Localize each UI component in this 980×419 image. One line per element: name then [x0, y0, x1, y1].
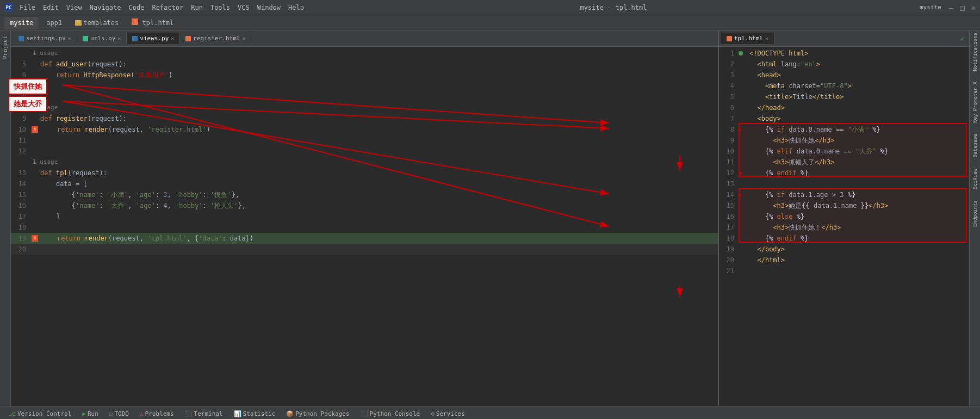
right-code-editor[interactable]: 1 <!DOCTYPE html> 2 <html lang="en"> 3	[719, 47, 969, 406]
proj-tab-templates[interactable]: templates	[70, 17, 124, 29]
database-label[interactable]: Database	[972, 134, 978, 157]
minimize-button[interactable]: —	[949, 3, 953, 12]
tab-urls-label: urls.py	[90, 35, 115, 42]
tab-statistic[interactable]: 📊 Statistic	[230, 409, 280, 418]
tab-python-packages-label: Python Packages	[295, 410, 349, 417]
tab-terminal-label: Terminal	[194, 410, 223, 417]
left-editor-panel: settings.py ✕ urls.py ✕ views.py ✕ regis…	[11, 30, 718, 406]
right-code-line-13: 13	[719, 178, 969, 189]
tab-statistic-label: Statistic	[243, 410, 276, 417]
code-line-16: 16 {'name': '大乔', 'age': 4, 'hobby': '抢人…	[11, 200, 718, 211]
tab-services-label: Services	[436, 410, 465, 417]
titlebar-menu: File Edit View Navigate Code Refactor Ru…	[16, 3, 307, 13]
project-panel-label[interactable]: Project	[2, 36, 8, 59]
editor-file-tabs: settings.py ✕ urls.py ✕ views.py ✕ regis…	[11, 30, 718, 47]
proj-tab-templates-label: templates	[83, 19, 119, 27]
tab-problems-label: Problems	[145, 410, 174, 417]
code-line-13: 13 def tpl(request):	[11, 168, 718, 178]
tab-run[interactable]: ▶ Run	[78, 409, 103, 418]
tab-tpl-html[interactable]: tpl.html ✕	[721, 33, 774, 44]
tab-problems[interactable]: ⚠ Problems	[135, 409, 178, 418]
code-line-19: 19 5 return render(request, 'tpl.html', …	[11, 233, 718, 244]
tab-version-control[interactable]: ⎇ Version Control	[4, 409, 76, 418]
right-code-line-1: 1 <!DOCTYPE html>	[719, 48, 969, 59]
tab-settings-py[interactable]: settings.py ✕	[13, 33, 77, 44]
endpoints-label[interactable]: Endpoints	[972, 200, 978, 227]
menu-help[interactable]: Help	[285, 3, 307, 13]
tab-urls-py[interactable]: urls.py ✕	[77, 33, 127, 44]
proj-tab-app1[interactable]: app1	[41, 17, 67, 29]
left-code-area: 1 usage 5 def add_user(request): 6 retur…	[11, 47, 718, 256]
run-icon: ▶	[82, 410, 86, 417]
notifications-label[interactable]: Notifications	[972, 33, 978, 71]
tab-terminal[interactable]: ⬛ Terminal	[181, 409, 227, 418]
right-code-line-17: 17 <h3>快抓住她！</h3>	[719, 222, 969, 233]
profile-selector[interactable]: mysite	[920, 4, 941, 11]
right-code-line-7: 7 <body>	[719, 113, 969, 124]
menu-code[interactable]: Code	[126, 3, 148, 13]
statistic-icon: 📊	[234, 410, 241, 417]
code-line-18: 18	[11, 222, 718, 233]
tab-views-close[interactable]: ✕	[171, 35, 174, 41]
todo-icon: ☑	[109, 410, 113, 417]
annotation-box-2: 她是大乔	[8, 96, 47, 112]
right-editor-panel: tpl.html ✕ ✓ 1 <!DOCTYPE html>	[719, 30, 969, 406]
tab-settings-close[interactable]: ✕	[68, 35, 71, 41]
titlebar-right: mysite — □ ✕	[920, 3, 976, 12]
right-code-line-8: 8 ▶ {% if data.0.name == "小满" %}	[719, 124, 969, 135]
menu-run[interactable]: Run	[188, 3, 206, 13]
right-code-line-10: 10 {% elif data.0.name == "大乔" %}	[719, 146, 969, 157]
code-line-8: 8	[11, 91, 718, 102]
py-icon	[18, 36, 24, 41]
tab-todo-label: TODO	[114, 410, 129, 417]
right-code-line-16: 16 {% else %}	[719, 211, 969, 222]
code-line-7: 7	[11, 81, 718, 91]
project-tabs: mysite app1 templates tpl.html	[0, 15, 980, 30]
right-code-line-2: 2 <html lang="en">	[719, 59, 969, 70]
tab-register-html[interactable]: register.html ✕	[180, 33, 251, 44]
menu-window[interactable]: Window	[254, 3, 284, 13]
scview-label[interactable]: SciView	[972, 169, 978, 189]
annotation-box-1: 快抓住她	[8, 78, 47, 95]
tab-settings-label: settings.py	[26, 35, 66, 42]
proj-tab-tpl[interactable]: tpl.html	[126, 16, 179, 29]
maximize-button[interactable]: □	[960, 3, 964, 12]
key-promoter-label[interactable]: Key Promoter X	[972, 82, 978, 123]
app-icon: PC	[4, 3, 13, 12]
tab-views-py[interactable]: views.py ✕	[127, 33, 180, 44]
right-code-line-11: 11 <h3>抓错人了</h3>	[719, 157, 969, 168]
tab-tpl-close[interactable]: ✕	[765, 35, 768, 41]
html5-badge-19: 5	[32, 235, 38, 242]
tab-urls-close[interactable]: ✕	[117, 35, 121, 41]
menu-edit[interactable]: Edit	[40, 3, 62, 13]
tab-services[interactable]: ⚙ Services	[426, 409, 469, 418]
menu-file[interactable]: File	[16, 3, 39, 13]
right-code-line-19: 19 </body>	[719, 244, 969, 255]
tab-python-packages[interactable]: 📦 Python Packages	[282, 409, 353, 418]
code-line-11: 11	[11, 135, 718, 146]
code-line-14: 14 data = [	[11, 178, 718, 189]
proj-tab-mysite[interactable]: mysite	[4, 17, 39, 29]
tab-todo[interactable]: ☑ TODO	[105, 409, 133, 418]
right-code-line-9: 9 <h3>快抓住她</h3>	[719, 135, 969, 146]
py-icon-views	[132, 36, 138, 41]
menu-vcs[interactable]: VCS	[234, 3, 253, 13]
close-button[interactable]: ✕	[971, 3, 976, 12]
left-code-editor[interactable]: 1 usage 5 def add_user(request): 6 retur…	[11, 47, 718, 406]
tab-register-close[interactable]: ✕	[242, 35, 245, 41]
tab-run-label: Run	[88, 410, 98, 417]
titlebar: PC File Edit View Navigate Code Refactor…	[0, 0, 980, 15]
menu-navigate[interactable]: Navigate	[86, 3, 125, 13]
html5-badge-10: 5	[32, 126, 38, 133]
window-title: mysite - tpl.html	[580, 4, 647, 11]
tab-tpl-label: tpl.html	[734, 35, 763, 42]
menu-refactor[interactable]: Refactor	[148, 3, 187, 13]
terminal-icon: ⬛	[185, 410, 193, 417]
tab-python-console[interactable]: ⬛ Python Console	[356, 409, 425, 418]
tab-views-label: views.py	[140, 35, 169, 42]
usage-hint-2: 1 usage	[11, 102, 718, 113]
titlebar-left: PC File Edit View Navigate Code Refactor…	[4, 3, 307, 13]
menu-tools[interactable]: Tools	[207, 3, 233, 13]
menu-view[interactable]: View	[63, 3, 85, 13]
services-icon: ⚙	[431, 410, 435, 417]
